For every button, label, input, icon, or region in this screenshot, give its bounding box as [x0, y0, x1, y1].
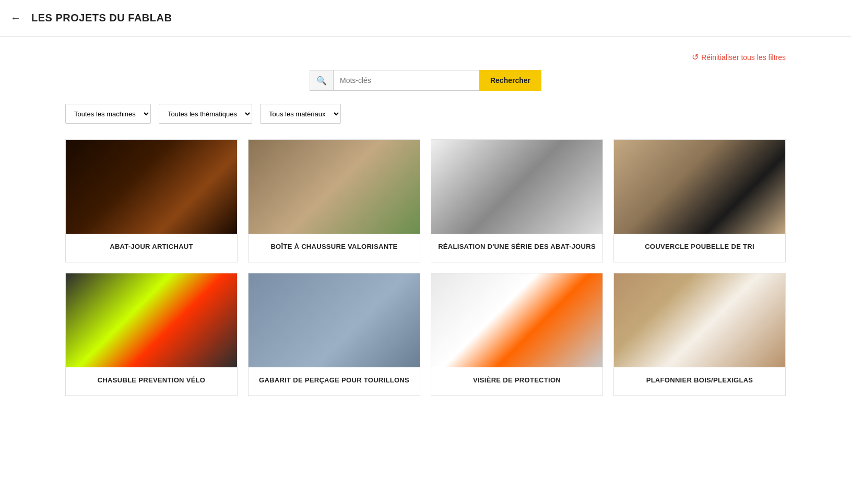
reset-label: Réinitialiser tous les filtres — [701, 53, 786, 62]
project-image — [249, 273, 420, 367]
main-content: ↺ Réinitialiser tous les filtres 🔍 Reche… — [55, 37, 796, 412]
search-button[interactable]: Rechercher — [479, 70, 541, 91]
projects-grid: ABAT-JOUR ARTICHAUTBOÎTE À CHAUSSURE VAL… — [65, 139, 786, 396]
project-title: VISIÈRE DE PROTECTION — [431, 367, 602, 395]
search-icon-wrapper: 🔍 — [310, 70, 333, 91]
project-title: COUVERCLE POUBELLE DE TRI — [614, 234, 785, 262]
project-image — [614, 140, 785, 234]
reset-filters-button[interactable]: ↺ Réinitialiser tous les filtres — [692, 52, 786, 62]
project-image — [66, 140, 237, 234]
filter-machines[interactable]: Toutes les machines — [65, 104, 151, 124]
project-card[interactable]: RÉALISATION D'UNE SÉRIE DES ABAT-JOURS — [431, 139, 603, 262]
back-button[interactable]: ← — [10, 12, 21, 24]
project-image — [431, 140, 602, 234]
filters-bar: Toutes les machines Toutes les thématiqu… — [65, 104, 786, 124]
project-image — [431, 273, 602, 367]
top-bar: ↺ Réinitialiser tous les filtres — [65, 52, 786, 62]
project-title: ABAT-JOUR ARTICHAUT — [66, 234, 237, 262]
project-card[interactable]: PLAFONNIER BOIS/PLEXIGLAS — [613, 273, 786, 396]
search-input[interactable] — [333, 70, 479, 91]
project-card[interactable]: ABAT-JOUR ARTICHAUT — [65, 139, 238, 262]
page-header: ← LES PROJETS DU FABLAB — [0, 0, 851, 37]
project-card[interactable]: COUVERCLE POUBELLE DE TRI — [613, 139, 786, 262]
project-image — [249, 140, 420, 234]
project-title: GABARIT DE PERÇAGE POUR TOURILLONS — [249, 367, 420, 395]
project-title: BOÎTE À CHAUSSURE VALORISANTE — [249, 234, 420, 262]
project-title: RÉALISATION D'UNE SÉRIE DES ABAT-JOURS — [431, 234, 602, 262]
filter-themes[interactable]: Toutes les thématiques — [159, 104, 252, 124]
project-card[interactable]: GABARIT DE PERÇAGE POUR TOURILLONS — [248, 273, 420, 396]
project-title: PLAFONNIER BOIS/PLEXIGLAS — [614, 367, 785, 395]
page-title: LES PROJETS DU FABLAB — [31, 12, 172, 24]
reset-icon: ↺ — [692, 52, 699, 62]
project-image — [614, 273, 785, 367]
project-title: CHASUBLE PREVENTION VÉLO — [66, 367, 237, 395]
project-card[interactable]: VISIÈRE DE PROTECTION — [431, 273, 603, 396]
project-card[interactable]: CHASUBLE PREVENTION VÉLO — [65, 273, 238, 396]
filter-materials[interactable]: Tous les matériaux — [260, 104, 341, 124]
search-bar: 🔍 Rechercher — [65, 70, 786, 91]
project-image — [66, 273, 237, 367]
project-card[interactable]: BOÎTE À CHAUSSURE VALORISANTE — [248, 139, 420, 262]
search-icon: 🔍 — [316, 76, 327, 86]
